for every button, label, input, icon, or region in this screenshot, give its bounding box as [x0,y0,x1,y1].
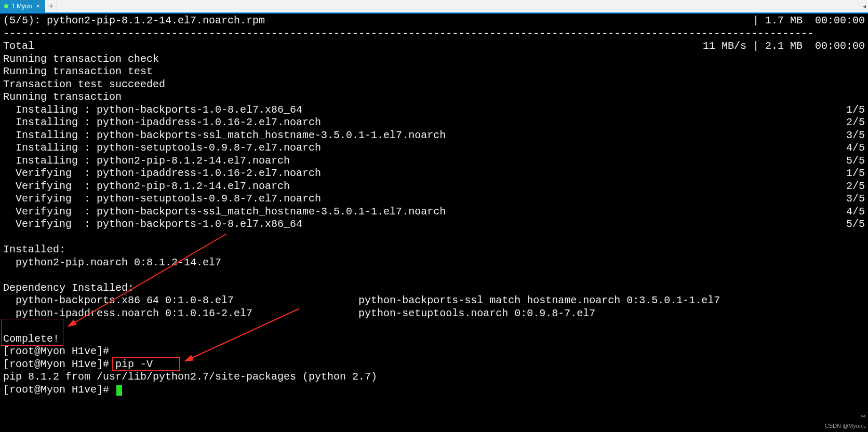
blank-line-1 [3,269,865,282]
tab-bar: 1 Myon × + ◂ [0,0,868,14]
complete-text: Complete! [3,333,865,346]
verifying-line-4: Verifying : python-backports-1.0-8.el7.x… [3,218,302,231]
separator-line: ----------------------------------------… [3,28,865,40]
verifying-count-1: 2/5 [846,180,865,193]
new-tab-button[interactable]: + [45,0,57,12]
tab-label: 1 Myon [11,0,32,12]
transaction-status-2: Transaction test succeeded [3,78,865,91]
installing-count-4: 5/5 [846,155,865,168]
download-progress: (5/5): python2-pip-8.1.2-14.el7.noarch.r… [3,15,265,28]
installed-package: python2-pip.noarch 0:8.1.2-14.el7 [3,256,865,269]
tab-myon[interactable]: 1 Myon × [0,0,45,12]
dep-installed-heading: Dependency Installed: [3,282,865,295]
installing-count-3: 4/5 [846,142,865,155]
verifying-line-1: Verifying : python2-pip-8.1.2-14.el7.noa… [3,180,290,193]
installing-count-2: 3/5 [846,129,865,142]
dep-installed-row-0: python-backports.x86_64 0:1.0-8.el7 pyth… [3,294,865,307]
installing-line-2: Installing : python-backports-ssl_match_… [3,129,446,142]
verifying-count-4: 5/5 [846,218,865,231]
blank-line-0 [3,231,865,244]
verifying-line-2: Verifying : python-setuptools-0.9.8-7.el… [3,193,321,206]
transaction-status-0: Running transaction check [3,53,865,66]
total-stats: 11 MB/s | 2.1 MB 00:00:00 [703,40,865,53]
scissors-icon: ✂ [861,410,866,423]
shell-prompt-1: [root@Myon H1ve]# [3,345,865,358]
installing-line-3: Installing : python-setuptools-0.9.8-7.e… [3,142,321,155]
shell-prompt-active[interactable]: [root@Myon H1ve]# [3,384,865,397]
verifying-line-3: Verifying : python-backports-ssl_match_h… [3,206,446,219]
installing-count-0: 1/5 [846,104,865,117]
connection-indicator-icon [4,4,8,8]
pip-version-output: pip 8.1.2 from /usr/lib/python2.7/site-p… [3,371,865,384]
installing-line-1: Installing : python-ipaddress-1.0.16-2.e… [3,116,321,129]
installing-line-4: Installing : python2-pip-8.1.2-14.el7.no… [3,155,290,168]
installing-line-0: Installing : python-backports-1.0-8.el7.… [3,104,302,117]
total-label: Total [3,40,34,53]
dep-installed-row-1: python-ipaddress.noarch 0:1.0.16-2.el7 p… [3,307,865,320]
terminal-area[interactable]: (5/5): python2-pip-8.1.2-14.el7.noarch.r… [0,14,868,432]
installing-count-1: 2/5 [846,116,865,129]
verifying-count-0: 1/5 [846,167,865,180]
tab-overflow-button[interactable]: ◂ [863,0,866,12]
close-icon[interactable]: × [35,3,41,9]
verifying-count-2: 3/5 [846,193,865,206]
download-stats: | 1.7 MB 00:00:00 [753,15,865,28]
cursor-icon [116,385,122,396]
pip-version-command: [root@Myon H1ve]# pip -V [3,358,865,371]
transaction-status-1: Running transaction test [3,65,865,78]
transaction-status-3: Running transaction [3,91,865,104]
installed-heading: Installed: [3,244,865,256]
blank-line-2 [3,320,865,333]
verifying-count-3: 4/5 [846,206,865,219]
verifying-line-0: Verifying : python-ipaddress-1.0.16-2.el… [3,167,321,180]
